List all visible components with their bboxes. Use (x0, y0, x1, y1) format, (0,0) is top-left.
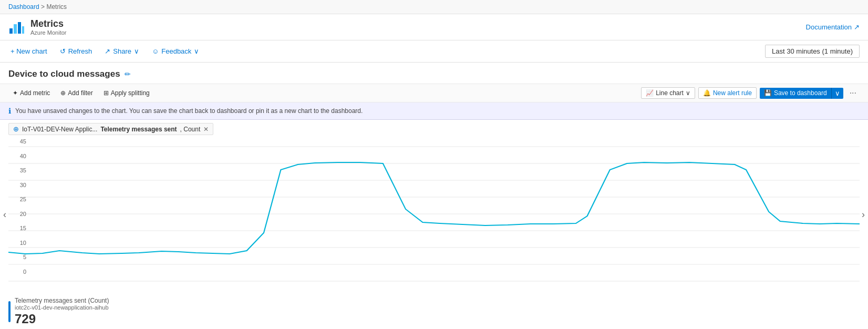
feedback-icon: ☺ (152, 47, 159, 55)
metrics-icon (8, 19, 25, 36)
line-chart-button[interactable]: 📈 Line chart ∨ (641, 87, 695, 99)
chart-inner: 45 40 35 30 25 20 15 10 5 0 (8, 138, 860, 291)
save-to-dashboard-button[interactable]: 💾 Save to dashboard (760, 88, 831, 99)
page-subtitle: Azure Monitor (30, 29, 66, 36)
edit-title-icon[interactable]: ✏ (125, 70, 131, 78)
svg-rect-2 (18, 22, 21, 34)
page-title: Metrics (30, 18, 66, 29)
svg-rect-0 (9, 28, 13, 34)
share-chevron-icon: ∨ (134, 47, 139, 55)
chart-container: Device to cloud messages ✏ ✦ Add metric … (0, 63, 868, 329)
external-link-icon: ↗ (854, 23, 860, 31)
refresh-icon: ↺ (60, 47, 66, 55)
legend-value: 729 (15, 312, 109, 326)
legend-title: Telemetry messages sent (Count) (15, 297, 109, 304)
add-metric-button[interactable]: ✦ Add metric (8, 88, 54, 98)
chart-line (8, 162, 860, 254)
info-banner-text: You have unsaved changes to the chart. Y… (15, 107, 363, 115)
apply-splitting-button[interactable]: ⊞ Apply splitting (99, 88, 154, 98)
svg-rect-3 (22, 26, 24, 34)
metric-tag-close-icon[interactable]: ✕ (203, 126, 209, 133)
new-chart-button[interactable]: + New chart (8, 46, 49, 56)
chart-legend: Telemetry messages sent (Count) iotc2c-v… (0, 291, 868, 329)
info-banner: ℹ You have unsaved changes to the chart.… (0, 102, 868, 120)
legend-item: Telemetry messages sent (Count) iotc2c-v… (8, 297, 860, 326)
line-chart-icon: 📈 (646, 89, 654, 97)
metric-tag-suffix: , Count (180, 126, 201, 133)
save-dropdown-chevron-icon: ∨ (835, 89, 840, 97)
y-axis: 45 40 35 30 25 20 15 10 5 0 (8, 138, 29, 275)
save-to-dashboard-dropdown-button[interactable]: ∨ (831, 88, 843, 99)
line-chart-chevron-icon: ∨ (686, 89, 690, 97)
chart-navigate-right-button[interactable]: › (862, 209, 865, 220)
chart-navigate-left-button[interactable]: ‹ (3, 209, 6, 220)
time-range-button[interactable]: Last 30 minutes (1 minute) (765, 45, 860, 58)
feedback-button[interactable]: ☺ Feedback ∨ (150, 46, 201, 56)
metric-tag-icon: ⊕ (13, 125, 19, 133)
new-alert-rule-button[interactable]: 🔔 New alert rule (698, 87, 757, 99)
breadcrumb-current: Metrics (46, 3, 67, 11)
feedback-chevron-icon: ∨ (194, 47, 199, 55)
share-button[interactable]: ↗ Share ∨ (102, 46, 141, 56)
metric-tag-bold: Telemetry messages sent (100, 126, 177, 133)
chart-controls: ✦ Add metric ⊕ Add filter ⊞ Apply splitt… (0, 84, 868, 102)
chart-wrapper: ‹ › 45 40 35 30 25 20 15 10 5 0 (8, 138, 860, 291)
filter-icon: ⊕ (60, 89, 66, 97)
metric-tag-prefix: IoT-V01-DEV-New Applic... (22, 126, 97, 133)
share-icon: ↗ (105, 47, 110, 55)
page-header: Metrics Azure Monitor Documentation ↗ (0, 14, 868, 40)
svg-rect-1 (14, 24, 17, 34)
line-chart-svg (8, 138, 860, 291)
chart-title: Device to cloud messages (8, 69, 120, 79)
documentation-link[interactable]: Documentation ↗ (806, 23, 860, 31)
alert-icon: 🔔 (703, 89, 711, 97)
more-options-button[interactable]: ··· (846, 87, 860, 99)
breadcrumb: Dashboard > Metrics (0, 0, 868, 14)
legend-color-bar (8, 301, 11, 322)
toolbar: + New chart ↺ Refresh ↗ Share ∨ ☺ Feedba… (0, 40, 868, 63)
info-icon: ℹ (8, 107, 11, 115)
splitting-icon: ⊞ (104, 89, 109, 97)
save-to-dashboard-group: 💾 Save to dashboard ∨ (760, 88, 843, 99)
add-metric-icon: ✦ (13, 89, 18, 97)
legend-subtitle: iotc2c-v01-dev-newapplication-aihub (15, 304, 109, 311)
add-filter-button[interactable]: ⊕ Add filter (56, 88, 97, 98)
save-icon: 💾 (764, 89, 772, 97)
chart-title-bar: Device to cloud messages ✏ (0, 63, 868, 84)
refresh-button[interactable]: ↺ Refresh (58, 46, 95, 56)
metric-tag[interactable]: ⊕ IoT-V01-DEV-New Applic... Telemetry me… (8, 123, 213, 135)
breadcrumb-dashboard-link[interactable]: Dashboard (8, 3, 39, 11)
